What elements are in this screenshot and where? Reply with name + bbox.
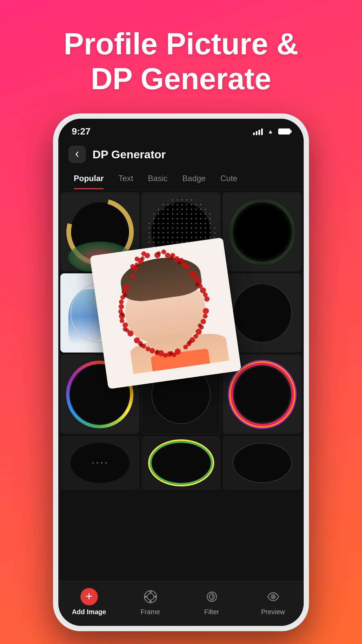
filter-icon: [203, 588, 221, 605]
app-title: DP Generator: [93, 148, 166, 161]
phone-screen: 9:27 DP Generator Popular Text Basic: [58, 119, 304, 626]
svg-point-69: [149, 591, 152, 593]
tab-cute[interactable]: Cute: [213, 170, 245, 189]
add-image-icon: [80, 588, 98, 605]
svg-point-72: [154, 596, 156, 598]
svg-point-11: [130, 274, 135, 279]
tab-popular[interactable]: Popular: [66, 170, 111, 189]
preview-card: [90, 237, 241, 389]
nav-add-image[interactable]: Add Image: [58, 588, 120, 616]
nav-label-preview: Preview: [261, 608, 285, 616]
signal-icon: [253, 128, 263, 135]
frame-cell-10[interactable]: ✦ ✦ ✦ ✦: [60, 436, 139, 490]
svg-point-45: [118, 304, 124, 310]
hero-title: Profile Picture &DP Generate: [20, 27, 342, 96]
frame-icon: [142, 588, 159, 605]
svg-point-23: [200, 319, 206, 325]
phone-wrapper: 9:27 DP Generator Popular Text Basic: [54, 114, 308, 631]
nav-frame[interactable]: Frame: [120, 588, 181, 616]
svg-point-22: [202, 308, 209, 314]
app-header: DP Generator: [58, 140, 304, 170]
grid-row-4: ✦ ✦ ✦ ✦: [60, 436, 302, 490]
frame-cell-3[interactable]: [223, 192, 302, 271]
nav-label-filter: Filter: [204, 608, 219, 616]
nav-label-frame: Frame: [141, 608, 160, 616]
status-time: 9:27: [72, 126, 90, 137]
bottom-nav: Add Image Frame: [58, 581, 304, 626]
svg-point-76: [272, 596, 274, 598]
frame-cell-11[interactable]: [141, 436, 221, 490]
tab-text[interactable]: Text: [111, 170, 140, 189]
status-bar: 9:27: [58, 119, 304, 140]
tab-basic[interactable]: Basic: [140, 170, 175, 189]
eye-icon: [264, 588, 282, 605]
wifi-icon: [266, 128, 275, 135]
svg-point-49: [119, 318, 125, 323]
frame-cell-12[interactable]: [223, 436, 302, 490]
battery-icon: [278, 128, 290, 135]
phone-shell: 9:27 DP Generator Popular Text Basic: [54, 114, 308, 631]
svg-point-51: [119, 299, 124, 305]
status-icons: [253, 128, 290, 135]
category-tabs: Popular Text Basic Badge Cute: [58, 170, 304, 190]
tab-badge[interactable]: Badge: [175, 170, 213, 189]
svg-point-68: [147, 593, 154, 600]
svg-point-71: [145, 596, 147, 598]
back-button[interactable]: [68, 146, 86, 163]
svg-point-70: [149, 600, 152, 602]
svg-point-27: [202, 314, 208, 319]
nav-filter[interactable]: Filter: [181, 588, 242, 616]
nav-preview[interactable]: Preview: [242, 588, 304, 616]
hero-section: Profile Picture &DP Generate: [0, 0, 362, 106]
nav-label-add: Add Image: [72, 608, 106, 616]
